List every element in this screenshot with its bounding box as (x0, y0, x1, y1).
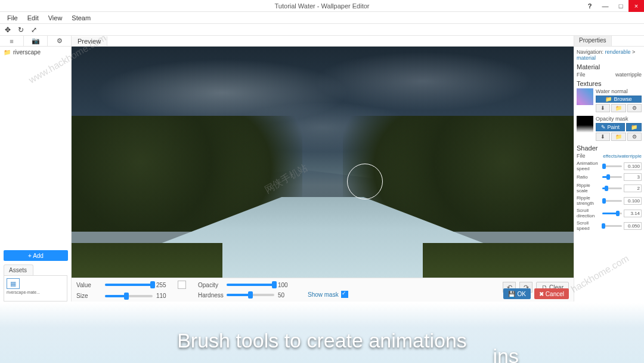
ratio-label: Ratio (577, 174, 600, 180)
tab-camera-icon[interactable]: 📷 (24, 36, 48, 46)
menu-steam[interactable]: Steam (67, 13, 95, 23)
texture-download-button[interactable]: ⬇ (596, 104, 610, 112)
texture-thumb-waternormal[interactable] (577, 88, 593, 105)
close-button[interactable]: × (628, 0, 644, 12)
size-slider[interactable] (105, 295, 153, 297)
cancel-icon: ✖ (539, 291, 544, 297)
asset-thumbnail-icon[interactable]: ▦ (7, 278, 20, 289)
cancel-button[interactable]: ✖ Cancel (534, 288, 569, 299)
texture-name: Opacity mask (596, 116, 642, 122)
hardness-number: 50 (278, 292, 296, 299)
center-tabs: Preview (72, 36, 574, 47)
breadcrumb-renderable[interactable]: renderable (605, 49, 631, 55)
scrolldir-slider[interactable] (602, 213, 622, 214)
add-button[interactable]: + Add (4, 250, 68, 261)
breadcrumb: Navigation: renderable > material (577, 49, 642, 61)
value-label: Value (76, 282, 101, 288)
mask-open-button[interactable]: 📁 (626, 123, 642, 131)
ratio-value[interactable]: 3 (624, 173, 642, 181)
tool-strip: ✥ ↻ ⤢ (0, 24, 644, 36)
paint-button[interactable]: ✎ Paint (596, 123, 625, 131)
help-button[interactable]: ? (582, 0, 597, 12)
scene-name: riverscape (13, 49, 41, 56)
ripplescale-label: Ripple scale (577, 183, 600, 193)
breadcrumb-material[interactable]: material (577, 55, 596, 61)
hardness-slider[interactable] (227, 294, 274, 296)
move-tool-icon[interactable]: ✥ (4, 26, 12, 34)
folder-icon: 📁 (605, 96, 612, 102)
texture-name: Water normal (596, 88, 642, 94)
texture-settings-button[interactable]: ⚙ (627, 104, 642, 112)
texture-waternormal: Water normal 📁 Browse ⬇ 📁 ⚙ (577, 88, 642, 112)
file-value: waterripple (615, 72, 642, 78)
caption-text: Brush tools to create animations (0, 329, 644, 352)
workspace: ≡ 📷 ⚙ 📁 riverscape + Add Assets ▦ rivers… (0, 36, 644, 302)
asset-label: riverscape-mate... (7, 290, 64, 294)
scale-tool-icon[interactable]: ⤢ (30, 26, 38, 34)
properties-panel: Properties Navigation: renderable > mate… (574, 36, 644, 302)
texture-opacitymask: Opacity mask ✎ Paint 📁 ⬇ 📁 ⚙ (577, 116, 642, 141)
tab-settings-icon[interactable]: ⚙ (48, 36, 71, 46)
ripplestrength-slider[interactable] (602, 200, 622, 202)
assets-panel: ▦ riverscape-mate... (4, 275, 67, 302)
ripplestrength-value[interactable]: 0.100 (624, 197, 642, 205)
mask-download-button[interactable]: ⬇ (596, 133, 610, 141)
tab-list-icon[interactable]: ≡ (0, 36, 24, 46)
texture-thumb-opacitymask[interactable] (577, 116, 593, 133)
showmask-label: Show mask (308, 291, 339, 298)
hierarchy-panel: ≡ 📷 ⚙ 📁 riverscape + Add Assets ▦ rivers… (0, 36, 72, 302)
menu-file[interactable]: File (2, 13, 23, 23)
showmask-checkbox[interactable] (341, 291, 348, 298)
save-icon: 💾 (508, 291, 515, 297)
scrollspeed-slider[interactable] (602, 225, 622, 227)
title-bar: Tutorial Water - Wallpaper Editor ? — □ … (0, 0, 644, 12)
folder-icon: 📁 (4, 49, 11, 56)
shader-file-value[interactable]: effects/waterripple (603, 153, 642, 159)
scrolldir-label: Scroll direction (577, 208, 600, 219)
maximize-button[interactable]: □ (613, 0, 628, 12)
minimize-button[interactable]: — (597, 0, 613, 12)
file-label: File (577, 72, 586, 78)
center-panel: Preview Value 255 Size 110 (72, 36, 574, 302)
caption-gradient (0, 303, 644, 363)
color-swatch[interactable] (178, 281, 186, 289)
brush-toolbar: Value 255 Size 110 Opacity 100 Hardness … (72, 278, 574, 302)
material-header: Material (577, 63, 642, 70)
preview-tab[interactable]: Preview (72, 36, 107, 46)
textures-header: Textures (577, 80, 642, 87)
animspeed-slider[interactable] (602, 165, 622, 167)
scrollspeed-label: Scroll speed (577, 220, 600, 231)
animspeed-label: Animation speed (577, 161, 600, 171)
caption-fragment: ins (493, 344, 519, 363)
ripplescale-slider[interactable] (602, 187, 622, 189)
preview-viewport[interactable] (72, 47, 574, 278)
scrollspeed-value[interactable]: 0.050 (624, 222, 642, 230)
animspeed-value[interactable]: 0.100 (624, 162, 642, 170)
ripplescale-value[interactable]: 2 (624, 184, 642, 192)
scrolldir-value[interactable]: 3.14 (624, 210, 642, 217)
menu-bar: File Edit View Steam (0, 12, 644, 24)
ok-button[interactable]: 💾 OK (503, 288, 530, 299)
assets-tab[interactable]: Assets (4, 264, 33, 275)
browse-button[interactable]: 📁 Browse (596, 96, 642, 103)
menu-view[interactable]: View (44, 13, 67, 23)
hardness-label: Hardness (198, 292, 223, 299)
window-title: Tutorial Water - Wallpaper Editor (275, 2, 370, 10)
scene-item[interactable]: 📁 riverscape (4, 49, 67, 56)
window-controls: ? — □ × (582, 0, 644, 12)
size-number: 110 (156, 293, 174, 299)
mask-settings-button[interactable]: ⚙ (627, 133, 642, 141)
value-number: 255 (156, 282, 174, 288)
left-bottom: + Add Assets ▦ riverscape-mate... (0, 247, 71, 302)
shader-header: Shader (577, 144, 642, 152)
mask-folder-button[interactable]: 📁 (611, 133, 626, 141)
properties-tab[interactable]: Properties (574, 36, 612, 46)
opacity-slider[interactable] (227, 284, 274, 286)
value-slider[interactable] (105, 284, 153, 286)
texture-open-button[interactable]: 📁 (611, 104, 626, 112)
rotate-tool-icon[interactable]: ↻ (17, 26, 25, 34)
shader-file-label: File (577, 153, 586, 159)
scene-tree: 📁 riverscape (0, 47, 71, 58)
menu-edit[interactable]: Edit (23, 13, 44, 23)
ratio-slider[interactable] (602, 176, 622, 178)
